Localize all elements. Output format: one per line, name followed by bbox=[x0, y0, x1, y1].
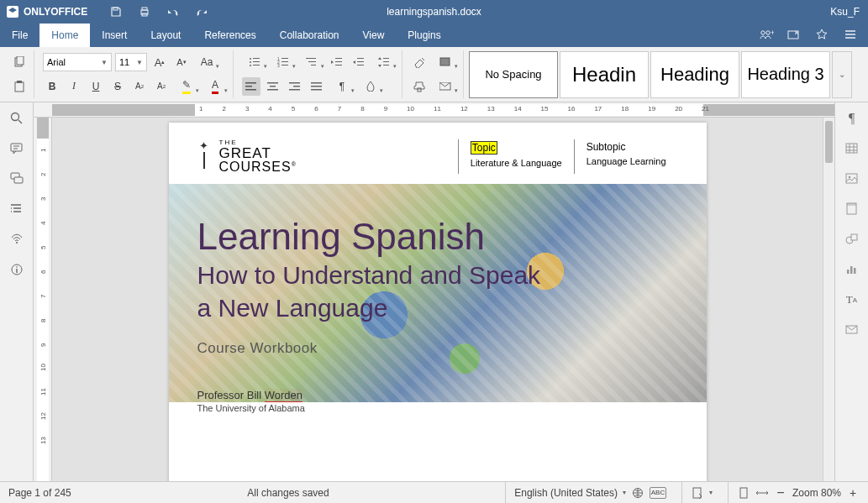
svg-rect-48 bbox=[311, 89, 322, 91]
svg-rect-60 bbox=[846, 144, 857, 153]
print-icon[interactable] bbox=[138, 5, 151, 18]
svg-rect-68 bbox=[850, 266, 853, 274]
comments-icon[interactable] bbox=[9, 141, 24, 156]
increase-indent-icon[interactable] bbox=[350, 53, 368, 71]
table-settings-icon[interactable] bbox=[844, 141, 860, 156]
clear-style-icon[interactable] bbox=[411, 53, 429, 71]
menu-view[interactable]: View bbox=[351, 24, 397, 47]
undo-icon[interactable] bbox=[166, 5, 180, 18]
align-right-icon[interactable] bbox=[286, 77, 304, 96]
about-icon[interactable] bbox=[9, 262, 24, 277]
open-location-icon[interactable] bbox=[787, 29, 801, 42]
navigation-icon[interactable] bbox=[9, 202, 24, 217]
menu-references[interactable]: References bbox=[192, 24, 267, 47]
track-changes-icon[interactable] bbox=[691, 486, 704, 500]
underline-icon[interactable]: U bbox=[87, 77, 105, 96]
svg-rect-66 bbox=[851, 234, 857, 240]
menu-collaboration[interactable]: Collaboration bbox=[268, 24, 351, 47]
redo-icon[interactable] bbox=[195, 5, 208, 18]
vertical-ruler[interactable]: 12345678910111213 bbox=[34, 118, 52, 481]
menu-layout[interactable]: Layout bbox=[139, 24, 192, 47]
chat-icon[interactable] bbox=[9, 171, 24, 186]
fit-page-icon[interactable] bbox=[737, 486, 750, 500]
align-left-icon[interactable] bbox=[242, 77, 260, 96]
menu-file[interactable]: File bbox=[0, 24, 39, 47]
doc-subtitle-2: a New Language bbox=[197, 294, 678, 322]
highlight-color-icon[interactable]: ✎▾ bbox=[174, 77, 199, 96]
feedback-icon[interactable] bbox=[9, 232, 24, 247]
set-document-language-icon[interactable] bbox=[631, 486, 644, 500]
align-justify-icon[interactable] bbox=[308, 77, 326, 96]
bullet-list-icon[interactable]: ▾ bbox=[242, 53, 267, 71]
change-case-icon[interactable]: Aa▾ bbox=[194, 53, 219, 71]
favorite-icon[interactable] bbox=[816, 29, 829, 42]
menu-insert[interactable]: Insert bbox=[90, 24, 139, 47]
document-area: 123456789101112131415161718192021 123456… bbox=[34, 102, 834, 481]
svg-rect-46 bbox=[311, 82, 322, 84]
italic-icon[interactable]: I bbox=[65, 77, 83, 96]
menu-home[interactable]: Home bbox=[39, 24, 90, 47]
spellcheck-icon[interactable]: ABC bbox=[650, 487, 666, 499]
paragraph-settings-icon[interactable]: ¶ bbox=[844, 111, 860, 126]
decrease-font-icon[interactable]: A▾ bbox=[172, 53, 191, 71]
superscript-icon[interactable]: A2 bbox=[130, 77, 149, 96]
status-zoom[interactable]: Zoom 80% bbox=[792, 487, 841, 499]
vertical-scrollbar[interactable] bbox=[823, 118, 834, 481]
style-heading1[interactable]: Headin bbox=[560, 51, 649, 98]
increase-font-icon[interactable]: A▴ bbox=[150, 53, 169, 71]
bold-icon[interactable]: B bbox=[43, 77, 61, 96]
subtopic-column: Subtopic Language Learning bbox=[574, 139, 678, 174]
font-name-select[interactable]: Arial▼ bbox=[43, 53, 112, 71]
textart-settings-icon[interactable]: TA bbox=[844, 292, 860, 307]
svg-point-15 bbox=[250, 61, 251, 63]
style-no-spacing[interactable]: No Spacing bbox=[469, 51, 558, 98]
titlebar: ONLYOFFICE learningspanish.docx Ksu_F bbox=[0, 0, 868, 24]
zoom-in-icon[interactable]: + bbox=[846, 486, 860, 500]
hamburger-icon[interactable] bbox=[844, 29, 858, 42]
number-list-icon[interactable]: 123▾ bbox=[271, 53, 296, 71]
strikethrough-icon[interactable]: S bbox=[108, 77, 127, 96]
style-heading3[interactable]: Heading 3 bbox=[741, 51, 830, 98]
status-language[interactable]: English (United States) bbox=[514, 487, 618, 499]
shape-settings-icon[interactable] bbox=[844, 232, 860, 247]
multilevel-list-icon[interactable]: ▾ bbox=[299, 53, 324, 71]
shading-icon[interactable]: ▾ bbox=[358, 77, 383, 96]
chart-settings-icon[interactable] bbox=[844, 262, 860, 277]
align-center-icon[interactable] bbox=[264, 77, 282, 96]
font-size-select[interactable]: 11▼ bbox=[115, 53, 147, 71]
header-footer-icon[interactable] bbox=[844, 202, 860, 217]
style-heading2[interactable]: Heading bbox=[650, 51, 739, 98]
search-icon[interactable] bbox=[9, 111, 24, 126]
subscript-icon[interactable]: A2 bbox=[152, 77, 171, 96]
insert-shape-icon[interactable]: ▾ bbox=[433, 53, 458, 71]
line-spacing-icon[interactable]: ▾ bbox=[371, 53, 397, 71]
decrease-indent-icon[interactable] bbox=[328, 53, 346, 71]
paste-icon[interactable] bbox=[10, 77, 29, 96]
doc-title: Learning Spanish bbox=[197, 217, 678, 256]
mailmerge-icon[interactable]: ▾ bbox=[433, 77, 458, 96]
svg-rect-64 bbox=[847, 203, 856, 206]
font-color-icon[interactable]: A▾ bbox=[203, 77, 228, 96]
user-name[interactable]: Ksu_F bbox=[830, 6, 868, 18]
copy-icon[interactable] bbox=[10, 53, 29, 71]
menu-plugins[interactable]: Plugins bbox=[396, 24, 452, 47]
mail-merge-settings-icon[interactable] bbox=[844, 322, 860, 338]
save-icon[interactable] bbox=[109, 5, 123, 18]
fit-width-icon[interactable] bbox=[755, 486, 769, 500]
svg-rect-36 bbox=[383, 65, 389, 65]
status-page[interactable]: Page 1 of 245 bbox=[8, 487, 71, 499]
style-gallery-expand[interactable]: ⌄ bbox=[832, 51, 852, 98]
svg-rect-20 bbox=[281, 58, 288, 59]
svg-point-62 bbox=[848, 176, 850, 179]
svg-rect-67 bbox=[847, 270, 850, 274]
image-settings-icon[interactable] bbox=[844, 171, 860, 186]
doc-professor: Professor Bill Worden bbox=[197, 389, 678, 401]
document-page[interactable]: ✦ THE GREAT COURSES® Topic Literature & … bbox=[169, 123, 707, 481]
share-icon[interactable]: + bbox=[759, 29, 772, 42]
doc-subtitle-1: How to Understand and Speak bbox=[197, 261, 678, 289]
horizontal-ruler[interactable]: 123456789101112131415161718192021 bbox=[34, 102, 834, 118]
svg-rect-11 bbox=[15, 82, 24, 92]
copy-style-icon[interactable] bbox=[411, 77, 429, 96]
zoom-out-icon[interactable]: − bbox=[774, 486, 787, 500]
nonprinting-icon[interactable]: ¶▾ bbox=[329, 77, 355, 96]
